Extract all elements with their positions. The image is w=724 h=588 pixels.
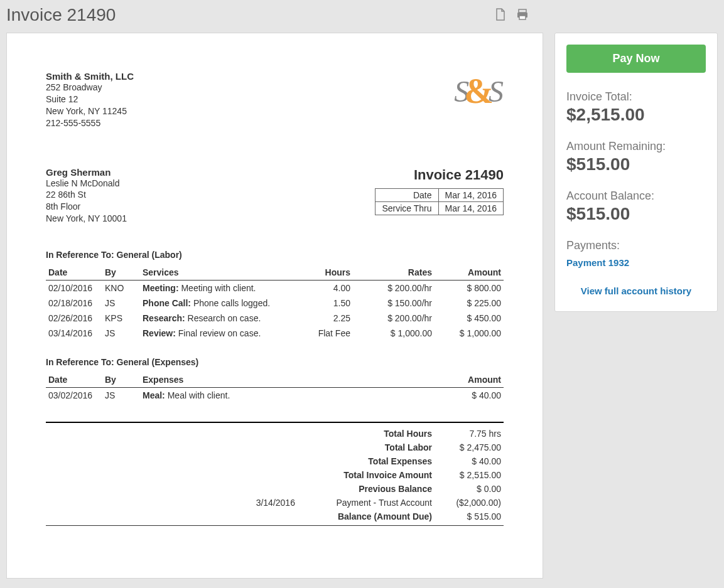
previous-balance-label: Previous Balance: [298, 482, 435, 496]
from-name: Smith & Smith, LLC: [46, 71, 134, 82]
total-expenses-label: Total Expenses: [298, 454, 435, 468]
cell-by: JS: [102, 326, 140, 341]
col-date: Date: [46, 371, 102, 388]
balance-due-value: $ 515.00: [435, 510, 504, 526]
col-amount: Amount: [435, 264, 504, 281]
service-thru-value: Mar 14, 2016: [438, 201, 504, 215]
cell-date: 03/14/2016: [46, 326, 102, 341]
date-value: Mar 14, 2016: [438, 188, 504, 201]
service-thru-label: Service Thru: [376, 201, 438, 215]
account-balance-value: $515.00: [566, 204, 706, 224]
payment-date: 3/14/2016: [46, 496, 298, 510]
to-line-2: 22 86th St: [46, 189, 127, 201]
print-icon[interactable]: [516, 8, 529, 23]
page-title: Invoice 21490: [6, 5, 494, 25]
to-line-4: New York, NY 10001: [46, 213, 127, 225]
date-label: Date: [376, 188, 438, 201]
payment-link[interactable]: Payment 1932: [566, 257, 706, 268]
amount-remaining-label: Amount Remaining:: [566, 140, 706, 153]
cell-by: JS: [102, 388, 140, 404]
total-invoice-label: Total Invoice Amount: [298, 468, 435, 482]
pay-now-button[interactable]: Pay Now: [566, 45, 706, 73]
total-invoice-value: $ 2,515.00: [435, 468, 504, 482]
cell-hours: 2.25: [303, 311, 353, 326]
cell-rate: $ 200.00/hr: [353, 311, 435, 326]
cell-amount: $ 800.00: [435, 281, 504, 296]
col-services: Services: [140, 264, 303, 281]
total-labor-label: Total Labor: [298, 441, 435, 454]
from-address-2: Suite 12: [46, 94, 134, 105]
view-history-link[interactable]: View full account history: [566, 286, 706, 296]
col-rates: Rates: [353, 264, 435, 281]
expense-heading: In Reference To: General (Expenses): [46, 357, 504, 367]
cell-amount: $ 40.00: [435, 388, 504, 404]
col-date: Date: [46, 264, 102, 281]
labor-row: 03/14/2016JSReview: Final review on case…: [46, 326, 504, 341]
cell-hours: 1.50: [303, 296, 353, 311]
invoice-document: Smith & Smith, LLC 252 Broadway Suite 12…: [6, 33, 543, 579]
from-address-3: New York, NY 11245: [46, 105, 134, 117]
cell-date: 03/02/2016: [46, 388, 102, 404]
cell-hours: 4.00: [303, 281, 353, 296]
pdf-icon[interactable]: [494, 8, 507, 23]
cell-by: JS: [102, 296, 140, 311]
cell-rate: $ 1,000.00: [353, 326, 435, 341]
svg-rect-2: [519, 16, 526, 19]
cell-date: 02/18/2016: [46, 296, 102, 311]
expense-table: Date By Expenses Amount 03/02/2016JSMeal…: [46, 371, 504, 403]
previous-balance-value: $ 0.00: [435, 482, 504, 496]
cell-amount: $ 450.00: [435, 311, 504, 326]
cell-service: Phone Call: Phone calls logged.: [140, 296, 303, 311]
col-amount: Amount: [435, 371, 504, 388]
cell-by: KPS: [102, 311, 140, 326]
to-line-3: 8th Floor: [46, 201, 127, 213]
amount-remaining-value: $515.00: [566, 154, 706, 174]
invoice-total-value: $2,515.00: [566, 105, 706, 125]
balance-due-label: Balance (Amount Due): [298, 510, 435, 526]
labor-row: 02/10/2016KNOMeeting: Meeting with clien…: [46, 281, 504, 296]
col-by: By: [102, 264, 140, 281]
to-name: Greg Sherman: [46, 167, 127, 178]
svg-rect-0: [519, 9, 526, 13]
company-logo: S&S: [454, 71, 504, 111]
col-by: By: [102, 371, 140, 388]
payments-label: Payments:: [566, 239, 706, 252]
invoice-number-title: Invoice 21490: [375, 167, 504, 183]
from-phone: 212-555-5555: [46, 117, 134, 129]
col-hours: Hours: [303, 264, 353, 281]
col-expenses: Expenses: [140, 371, 435, 388]
cell-amount: $ 1,000.00: [435, 326, 504, 341]
cell-rate: $ 150.00/hr: [353, 296, 435, 311]
labor-row: 02/18/2016JSPhone Call: Phone calls logg…: [46, 296, 504, 311]
labor-row: 02/26/2016KPSResearch: Research on case.…: [46, 311, 504, 326]
cell-rate: $ 200.00/hr: [353, 281, 435, 296]
labor-table: Date By Services Hours Rates Amount 02/1…: [46, 264, 504, 341]
from-address-1: 252 Broadway: [46, 82, 134, 94]
summary-sidebar: Pay Now Invoice Total: $2,515.00 Amount …: [554, 33, 718, 312]
account-balance-label: Account Balance:: [566, 190, 706, 203]
totals-table: Total Hours7.75 hrs Total Labor$ 2,475.0…: [46, 427, 504, 526]
total-labor-value: $ 2,475.00: [435, 441, 504, 454]
cell-by: KNO: [102, 281, 140, 296]
cell-amount: $ 225.00: [435, 296, 504, 311]
payment-label: Payment - Trust Account: [298, 496, 435, 510]
to-line-1: Leslie N McDonald: [46, 178, 127, 190]
cell-service: Research: Research on case.: [140, 311, 303, 326]
cell-service: Meeting: Meeting with client.: [140, 281, 303, 296]
cell-hours: Flat Fee: [303, 326, 353, 341]
invoice-total-label: Invoice Total:: [566, 90, 706, 104]
cell-date: 02/26/2016: [46, 311, 102, 326]
labor-heading: In Reference To: General (Labor): [46, 250, 504, 260]
expense-row: 03/02/2016JSMeal: Meal with client.$ 40.…: [46, 388, 504, 404]
cell-expense: Meal: Meal with client.: [140, 388, 435, 404]
total-expenses-value: $ 40.00: [435, 454, 504, 468]
payment-value: ($2,000.00): [435, 496, 504, 510]
total-hours-label: Total Hours: [298, 427, 435, 441]
cell-date: 02/10/2016: [46, 281, 102, 296]
invoice-date-table: Date Mar 14, 2016 Service Thru Mar 14, 2…: [375, 188, 504, 215]
cell-service: Review: Final review on case.: [140, 326, 303, 341]
total-hours-value: 7.75 hrs: [435, 427, 504, 441]
